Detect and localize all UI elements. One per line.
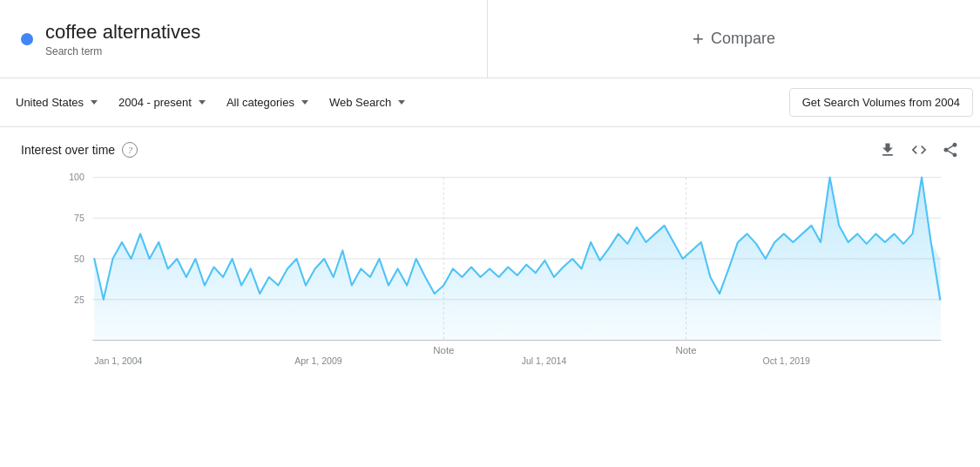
search-type-label: Web Search: [329, 96, 391, 109]
svg-text:25: 25: [74, 294, 84, 305]
svg-text:50: 50: [74, 254, 84, 264]
svg-text:Apr 1, 2009: Apr 1, 2009: [294, 355, 342, 366]
chart-area: 100 75 50 25 Note Note Jan 1, 2004 Apr 1…: [21, 162, 959, 413]
svg-text:Jan 1, 2004: Jan 1, 2004: [94, 355, 142, 366]
categories-label: All categories: [226, 96, 294, 109]
compare-plus: +: [693, 28, 704, 51]
search-term-section: coffee alternatives Search term: [0, 0, 488, 78]
help-icon[interactable]: ?: [122, 142, 138, 158]
region-chevron-icon: [91, 100, 98, 105]
region-filter[interactable]: United States: [7, 91, 106, 114]
interest-actions: [879, 141, 959, 159]
region-label: United States: [16, 96, 84, 109]
search-term-title: coffee alternatives: [45, 21, 200, 44]
share-icon[interactable]: [942, 141, 959, 159]
compare-section[interactable]: + Compare: [488, 0, 980, 78]
compare-label: Compare: [711, 30, 775, 48]
svg-text:100: 100: [69, 172, 84, 182]
interest-title-group: Interest over time ?: [21, 142, 138, 158]
filters-bar: United States 2004 - present All categor…: [0, 78, 980, 127]
search-term-label: Search term: [45, 45, 102, 58]
period-label: 2004 - present: [118, 96, 192, 109]
period-chevron-icon: [199, 100, 206, 105]
download-icon[interactable]: [879, 141, 896, 159]
search-type-filter[interactable]: Web Search: [321, 91, 414, 114]
get-volumes-button[interactable]: Get Search Volumes from 2004: [789, 88, 973, 117]
search-dot: [21, 33, 33, 45]
svg-text:Jul 1, 2014: Jul 1, 2014: [522, 355, 567, 366]
svg-text:Note: Note: [675, 345, 696, 355]
interest-section: Interest over time ?: [0, 127, 980, 413]
interest-header: Interest over time ?: [21, 141, 959, 159]
header: coffee alternatives Search term + Compar…: [0, 0, 980, 78]
svg-text:Oct 1, 2019: Oct 1, 2019: [762, 355, 810, 366]
svg-text:Note: Note: [433, 345, 454, 355]
categories-filter[interactable]: All categories: [218, 91, 317, 114]
search-type-chevron-icon: [398, 100, 405, 105]
embed-icon[interactable]: [910, 141, 928, 159]
period-filter[interactable]: 2004 - present: [110, 91, 214, 114]
categories-chevron-icon: [301, 100, 308, 105]
chart-container: 100 75 50 25 Note Note Jan 1, 2004 Apr 1…: [21, 169, 959, 413]
svg-text:75: 75: [74, 213, 84, 223]
interest-title: Interest over time: [21, 143, 115, 157]
search-term-text: coffee alternatives Search term: [45, 21, 200, 58]
trend-chart: 100 75 50 25 Note Note Jan 1, 2004 Apr 1…: [59, 169, 945, 385]
